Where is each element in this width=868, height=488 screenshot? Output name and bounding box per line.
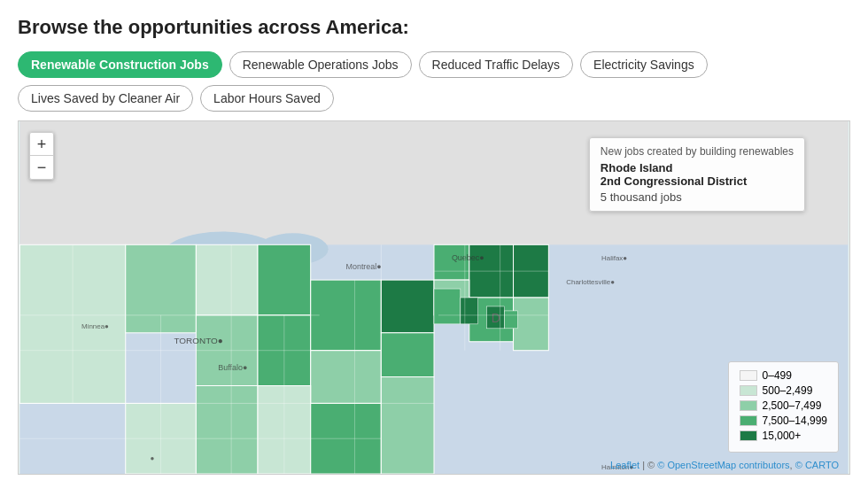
tooltip-value: 5 thousand jobs <box>601 190 794 204</box>
svg-rect-20 <box>514 298 549 351</box>
leaflet-link[interactable]: Leaflet <box>610 460 639 470</box>
legend-color-swatch <box>740 385 757 396</box>
legend-color-swatch <box>740 415 757 426</box>
tooltip-district: 2nd Congressional District <box>601 174 794 188</box>
svg-text:TORONTO●: TORONTO● <box>174 336 222 345</box>
svg-rect-7 <box>196 244 258 315</box>
map-legend: 0–499500–2,4992,500–7,4997,500–14,99915,… <box>728 361 839 453</box>
tab-renewable-operations-jobs[interactable]: Renewable Operations Jobs <box>229 51 412 78</box>
legend-item: 7,500–14,999 <box>740 414 827 427</box>
carto-link[interactable]: © CARTO <box>795 460 839 470</box>
svg-text:●: ● <box>151 454 155 462</box>
legend-item: 0–499 <box>740 369 827 382</box>
zoom-controls: + − <box>29 132 54 180</box>
svg-text:Minnea●: Minnea● <box>81 322 109 330</box>
map-tooltip: New jobs created by building renewables … <box>589 137 805 212</box>
legend-label: 7,500–14,999 <box>763 414 827 427</box>
svg-text:Buffalo●: Buffalo● <box>218 363 247 372</box>
svg-rect-27 <box>505 311 518 329</box>
map-attribution: Leaflet | © © OpenStreetMap contributors… <box>610 460 839 470</box>
page-container: Browse the opportunities across America:… <box>0 0 868 484</box>
legend-color-swatch <box>740 400 757 411</box>
svg-text:Charlottesville●: Charlottesville● <box>566 278 615 286</box>
tab-labor-hours-saved[interactable]: Labor Hours Saved <box>200 85 334 112</box>
svg-text:D: D <box>492 311 500 325</box>
page-title: Browse the opportunities across America: <box>18 16 850 39</box>
svg-rect-11 <box>311 280 382 351</box>
map-wrapper: D TORONTO● Buffalo● Montreal● Quebec● Ch… <box>18 120 850 475</box>
tab-lives-saved-by-cleaner-air[interactable]: Lives Saved by Cleaner Air <box>18 85 193 112</box>
legend-label: 500–2,499 <box>763 384 813 397</box>
svg-text:Quebec●: Quebec● <box>452 253 484 262</box>
svg-rect-13 <box>381 280 434 333</box>
legend-item: 15,000+ <box>740 430 827 442</box>
svg-rect-14 <box>381 333 434 377</box>
legend-label: 0–499 <box>763 369 792 382</box>
svg-rect-8 <box>258 244 311 315</box>
tab-reduced-traffic-delays[interactable]: Reduced Traffic Delays <box>419 51 573 78</box>
legend-item: 2,500–7,499 <box>740 399 827 412</box>
svg-text:Halifax●: Halifax● <box>601 254 627 262</box>
legend-label: 2,500–7,499 <box>763 399 822 412</box>
svg-rect-29 <box>461 298 478 324</box>
svg-rect-22 <box>196 386 258 475</box>
svg-rect-28 <box>434 289 461 324</box>
svg-text:Montreal●: Montreal● <box>346 262 382 271</box>
tabs-row: Renewable Construction JobsRenewable Ope… <box>18 51 850 112</box>
svg-rect-12 <box>311 351 382 404</box>
zoom-out-button[interactable]: − <box>30 156 53 179</box>
svg-rect-25 <box>381 377 434 474</box>
legend-color-swatch <box>740 370 757 381</box>
legend-label: 15,000+ <box>763 430 802 442</box>
tooltip-region: Rhode Island <box>601 161 794 174</box>
tab-renewable-construction-jobs[interactable]: Renewable Construction Jobs <box>18 51 222 78</box>
legend-color-swatch <box>740 430 757 441</box>
openstreetmap-link[interactable]: © OpenStreetMap contributors <box>657 460 789 470</box>
tooltip-header: New jobs created by building renewables <box>601 145 794 158</box>
tab-electricity-savings[interactable]: Electricity Savings <box>580 51 708 78</box>
legend-item: 500–2,499 <box>740 384 827 397</box>
zoom-in-button[interactable]: + <box>30 133 53 156</box>
